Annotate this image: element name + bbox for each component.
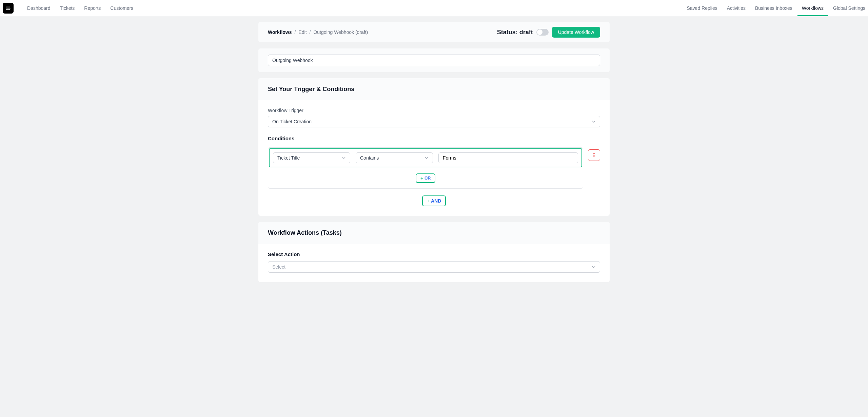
- actions-section: Workflow Actions (Tasks) Select Action S…: [258, 222, 610, 282]
- and-row: + AND: [268, 195, 600, 206]
- conditions-label: Conditions: [268, 135, 600, 141]
- nav-workflows[interactable]: Workflows: [802, 0, 824, 16]
- nav-right: Saved Replies Activities Business Inboxe…: [687, 0, 865, 16]
- add-or-button[interactable]: + OR: [416, 173, 435, 183]
- or-label: OR: [425, 176, 431, 181]
- action-select[interactable]: Select: [268, 261, 600, 273]
- plus-icon: +: [420, 175, 423, 181]
- top-header: Dashboard Tickets Reports Customers Save…: [0, 0, 868, 16]
- and-label: AND: [431, 198, 441, 204]
- add-and-button[interactable]: + AND: [422, 195, 446, 206]
- chevron-down-icon: [592, 120, 596, 124]
- nav-dashboard[interactable]: Dashboard: [27, 0, 51, 16]
- condition-field-select[interactable]: Ticket Title: [273, 152, 350, 163]
- chevron-down-icon: [342, 156, 346, 160]
- workflow-name-card: [258, 48, 610, 72]
- nav-global-settings[interactable]: Global Settings: [833, 0, 865, 16]
- nav-activities[interactable]: Activities: [727, 0, 746, 16]
- actions-section-header: Workflow Actions (Tasks): [258, 222, 610, 244]
- delete-condition-button[interactable]: [588, 149, 600, 161]
- topbar: Workflows / Edit / Outgoing Webhook (dra…: [258, 22, 610, 42]
- workflow-trigger-select[interactable]: On Ticket Creation: [268, 116, 600, 127]
- nav-tickets[interactable]: Tickets: [60, 0, 75, 16]
- logo-icon: [5, 5, 12, 12]
- trash-icon: [592, 153, 596, 158]
- breadcrumb-workflows[interactable]: Workflows: [268, 29, 292, 35]
- topbar-right: Status: draft Update Workflow: [497, 27, 600, 38]
- app-logo[interactable]: [3, 3, 14, 14]
- trigger-section-body: Workflow Trigger On Ticket Creation Cond…: [258, 100, 610, 216]
- nav-left: Dashboard Tickets Reports Customers: [27, 0, 133, 16]
- nav-reports[interactable]: Reports: [84, 0, 101, 16]
- nav-saved-replies[interactable]: Saved Replies: [687, 0, 717, 16]
- breadcrumb-sep: /: [295, 29, 296, 35]
- chevron-down-icon: [425, 156, 429, 160]
- main-container: Workflows / Edit / Outgoing Webhook (dra…: [258, 16, 610, 282]
- workflow-name-input[interactable]: [268, 55, 600, 66]
- condition-group: Ticket Title Contains + OR: [268, 147, 583, 189]
- breadcrumb-edit[interactable]: Edit: [298, 29, 307, 35]
- plus-icon: +: [427, 198, 430, 204]
- condition-value-input[interactable]: [438, 152, 578, 163]
- breadcrumb-current-page: Outgoing Webhook (draft): [313, 29, 368, 35]
- condition-operator-value: Contains: [360, 155, 379, 161]
- breadcrumb: Workflows / Edit / Outgoing Webhook (dra…: [268, 29, 368, 35]
- trigger-select-value: On Ticket Creation: [272, 119, 312, 124]
- nav-customers[interactable]: Customers: [110, 0, 133, 16]
- or-row: + OR: [268, 168, 583, 188]
- condition-row-inner: Ticket Title Contains: [269, 148, 582, 167]
- status-label: Status: draft: [497, 29, 533, 36]
- condition-row: Ticket Title Contains + OR: [268, 145, 600, 189]
- trigger-section-title: Set Your Trigger & Conditions: [268, 86, 600, 93]
- workflow-trigger-label: Workflow Trigger: [268, 108, 600, 113]
- actions-section-title: Workflow Actions (Tasks): [268, 229, 600, 236]
- update-workflow-button[interactable]: Update Workflow: [552, 27, 600, 38]
- select-action-label: Select Action: [268, 251, 600, 257]
- condition-field-value: Ticket Title: [277, 155, 300, 161]
- status-toggle[interactable]: [536, 29, 549, 36]
- trigger-section-header: Set Your Trigger & Conditions: [258, 78, 610, 100]
- breadcrumb-sep: /: [310, 29, 311, 35]
- trigger-section: Set Your Trigger & Conditions Workflow T…: [258, 78, 610, 216]
- condition-operator-select[interactable]: Contains: [356, 152, 433, 163]
- nav-business-inboxes[interactable]: Business Inboxes: [755, 0, 792, 16]
- actions-section-body: Select Action Select: [258, 244, 610, 282]
- chevron-down-icon: [592, 265, 596, 269]
- action-select-placeholder: Select: [272, 264, 285, 270]
